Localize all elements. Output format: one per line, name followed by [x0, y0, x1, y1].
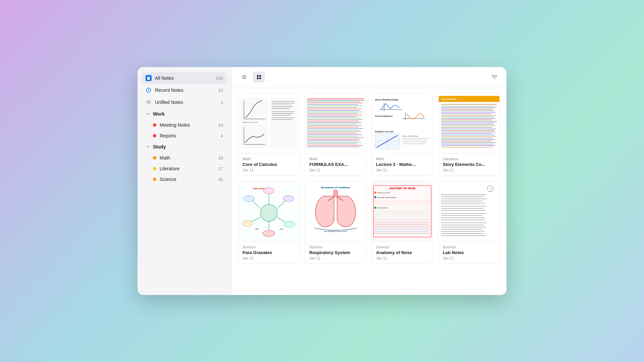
note-title-2: FORMULAS EXA...: [309, 162, 362, 167]
svg-point-124: [263, 231, 275, 237]
svg-text:External nose structure: External nose structure: [377, 196, 396, 198]
note-category-3: Math: [376, 157, 429, 161]
note-info-5: Science Para Granates Jan 11: [238, 242, 299, 263]
notes-icon: 📋: [146, 75, 152, 81]
note-info-7: Science Anatomy of Nose Jan 11: [372, 242, 433, 263]
note-date-3: Jan 11: [376, 168, 429, 172]
note-card-7[interactable]: ANATOMY OF NOSE Parts of a nose External…: [372, 181, 433, 264]
svg-rect-3: [242, 78, 246, 79]
svg-text:Subintervals of a curve: Subintervals of a curve: [242, 122, 258, 124]
note-card-3[interactable]: Direct Relationships Inverse Relations E…: [372, 93, 433, 176]
toolbar: [231, 67, 506, 87]
svg-rect-143: [374, 207, 376, 208]
layers-icon: [146, 99, 152, 105]
sidebar-section-work[interactable]: Work: [142, 109, 227, 119]
svg-rect-9: [241, 98, 268, 121]
grid-view-button[interactable]: [253, 72, 265, 82]
sidebar-item-reports[interactable]: Reports 4: [142, 131, 227, 141]
note-thumbnail-6: Mechanism of Ventilation gas exchange ac…: [305, 181, 366, 242]
sidebar: 📋 All Notes 108 Recent Notes 10: [138, 67, 231, 295]
svg-point-112: [260, 204, 277, 222]
note-date-1: Jan 11: [243, 168, 295, 172]
sidebar-item-science[interactable]: Science 35: [142, 174, 227, 184]
note-thumbnail-1: Subintervals of a curve: [238, 93, 299, 154]
sidebar-count-meeting-notes: 24: [218, 123, 223, 128]
note-date-4: Jan 11: [443, 168, 495, 172]
note-category-8: Science: [443, 245, 495, 249]
svg-text:Inverse Relations: Inverse Relations: [375, 115, 393, 117]
sidebar-item-recent-notes[interactable]: Recent Notes 10: [142, 84, 227, 96]
sidebar-count-science: 35: [218, 177, 223, 182]
svg-text:Direct Relationships: Direct Relationships: [375, 98, 398, 101]
math-dot: [153, 156, 156, 160]
notes-grid: Subintervals of a curve: [231, 87, 506, 295]
list-view-button[interactable]: [238, 72, 250, 82]
note-title-6: Respiratory System: [309, 250, 362, 255]
sidebar-label-meeting-notes: Meeting Notes: [160, 122, 218, 128]
svg-rect-5: [259, 75, 261, 77]
sidebar-item-math[interactable]: Math 28: [142, 153, 227, 163]
sort-button[interactable]: [489, 72, 500, 82]
note-category-2: Math: [309, 157, 362, 161]
note-title-7: Anatomy of Nose: [376, 250, 429, 255]
sidebar-section-label-work: Work: [153, 111, 165, 117]
note-category-7: Science: [376, 245, 429, 249]
svg-rect-6: [257, 77, 259, 79]
note-title-3: Lecture 2 - Mathe...: [376, 162, 429, 167]
reports-dot: [153, 134, 156, 137]
sidebar-item-all-notes[interactable]: 📋 All Notes 108: [142, 72, 227, 84]
svg-text:ANATOMY OF NOSE: ANATOMY OF NOSE: [389, 187, 416, 190]
sidebar-item-unfiled[interactable]: Unfiled Notes 0: [142, 97, 227, 108]
sidebar-label-math: Math: [160, 155, 218, 161]
sidebar-label-unfiled: Unfiled Notes: [155, 100, 221, 105]
note-title-8: Lab Notes: [443, 250, 495, 255]
note-card-1[interactable]: Subintervals of a curve: [238, 93, 300, 176]
sidebar-label-science: Science: [160, 177, 218, 182]
sidebar-section-label-study: Study: [153, 144, 166, 149]
note-thumbnail-5: Para Granates: [238, 181, 299, 242]
sidebar-count-math: 28: [218, 156, 223, 161]
sidebar-label-literature: Literature: [160, 166, 218, 171]
note-category-5: Science: [243, 245, 295, 249]
note-info-4: Literature Story Elements Co... Jan 11: [439, 154, 499, 175]
sidebar-label-recent: Recent Notes: [155, 87, 218, 93]
note-card-5[interactable]: Para Granates: [238, 181, 300, 264]
note-date-6: Jan 11: [309, 256, 362, 260]
svg-text:Parts of a nose: Parts of a nose: [377, 192, 389, 194]
note-thumbnail-3: Direct Relationships Inverse Relations E…: [372, 93, 433, 154]
note-title-4: Story Elements Co...: [443, 162, 495, 167]
sidebar-item-meeting-notes[interactable]: Meeting Notes 24: [142, 120, 227, 130]
sidebar-count-recent: 10: [218, 88, 223, 93]
sidebar-count-reports: 4: [221, 133, 223, 138]
note-category-1: Math: [243, 157, 295, 161]
sidebar-label-all-notes: All Notes: [155, 75, 216, 81]
meeting-notes-dot: [153, 123, 156, 127]
note-card-4[interactable]: Story Elements: [438, 93, 500, 176]
svg-rect-7: [259, 77, 261, 79]
svg-text:notes: notes: [279, 228, 283, 230]
sidebar-count-unfiled: 0: [221, 100, 223, 105]
sidebar-item-literature[interactable]: Literature 17: [142, 164, 227, 174]
note-card-8[interactable]: Science Lab Notes Jan 11: [438, 181, 500, 264]
sidebar-count-literature: 17: [218, 166, 223, 171]
sidebar-section-study[interactable]: Study: [142, 141, 227, 152]
svg-rect-2: [242, 77, 246, 77]
app-window: 📋 All Notes 108 Recent Notes 10: [138, 67, 506, 295]
note-date-2: Jan 11: [309, 168, 362, 172]
note-card-6[interactable]: Mechanism of Ventilation gas exchange ac…: [305, 181, 366, 264]
note-title-1: Core of Calculus: [243, 162, 295, 167]
note-date-5: Jan 11: [243, 256, 295, 260]
note-info-8: Science Lab Notes Jan 11: [439, 242, 499, 263]
svg-point-116: [244, 195, 255, 201]
svg-point-120: [283, 195, 294, 201]
svg-rect-158: [439, 184, 499, 239]
svg-rect-78: [439, 96, 499, 150]
svg-text:Colored filsa: Colored filsa: [377, 207, 388, 209]
note-card-2[interactable]: Math FORMULAS EXA... Jan 11: [305, 93, 366, 176]
svg-text:Mechanism of Ventilation: Mechanism of Ventilation: [321, 186, 350, 189]
note-category-6: Science: [309, 245, 362, 249]
note-info-2: Math FORMULAS EXA... Jan 11: [305, 154, 366, 175]
note-date-7: Jan 11: [376, 256, 429, 260]
note-category-4: Literature: [443, 157, 495, 161]
note-info-3: Math Lecture 2 - Mathe... Jan 11: [372, 154, 433, 175]
